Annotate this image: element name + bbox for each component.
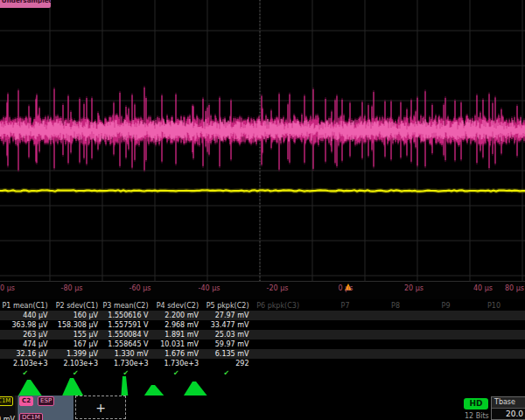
measure-cell: [252, 340, 303, 349]
measure-cell: 33.477 mV: [201, 320, 252, 330]
measure-cell: 1.730e+3: [151, 359, 202, 368]
measure-cell: 160 µV: [51, 311, 102, 320]
measure-cell: 263 µV: [0, 330, 51, 340]
measure-cell: [453, 330, 504, 340]
measure-cell: 27.97 mV: [201, 311, 252, 320]
measure-cell: [252, 349, 303, 359]
measure-cell: 2.103e+3: [0, 359, 51, 368]
measure-cell: [503, 340, 525, 349]
measure-cell: [453, 349, 504, 359]
measure-cell: [453, 359, 504, 368]
measure-cell: [402, 349, 453, 359]
time-tick-label: 20 µs: [404, 284, 424, 292]
timebase-descriptor[interactable]: Tbase 20.0 µs: [491, 396, 525, 420]
c2-channel-badge: C2: [19, 396, 33, 406]
measure-column-header[interactable]: P9: [402, 301, 453, 311]
measure-cell: 474 µV: [0, 340, 51, 349]
measure-cell: 2.200 mV: [151, 311, 202, 320]
measure-column-header[interactable]: P4 sdev(C2): [151, 301, 202, 311]
channel-c1-descriptor[interactable]: C1M 0 mV: [0, 396, 17, 420]
measure-cell: [353, 320, 403, 330]
measure-cell: [453, 340, 504, 349]
measure-cell: 167 µV: [51, 340, 102, 349]
measure-cell: [302, 349, 353, 359]
time-tick-label: 40 µs: [473, 284, 493, 292]
measure-cell: [503, 311, 525, 320]
measure-cell: [302, 320, 353, 330]
measure-cell: 25.03 mV: [201, 330, 252, 340]
c2-coupling-badge: DC1M: [19, 413, 43, 420]
measure-cell: [503, 320, 525, 330]
measure-cell: [252, 320, 303, 330]
measure-cell: 1.730e+3: [101, 359, 151, 368]
measure-cell: 1.550616 V: [101, 311, 151, 320]
measure-cell: [453, 320, 504, 330]
c2-esp-badge: ESP: [38, 396, 54, 406]
time-tick-label: 0 µs: [339, 284, 354, 292]
measure-cell: 32.16 µV: [0, 349, 51, 359]
measure-cell: [302, 330, 353, 340]
measure-cell: 1.550084 V: [101, 330, 151, 340]
c1-scale-value: 0 mV: [0, 416, 16, 420]
measure-cell: 158.308 µV: [51, 320, 102, 330]
measure-cell: 292: [201, 359, 252, 368]
timebase-value: 20.0 µs: [492, 409, 525, 420]
measure-cell: [302, 340, 353, 349]
measure-cell: 2.103e+3: [51, 359, 102, 368]
measure-cell: [252, 359, 303, 368]
measure-column-header[interactable]: P3 mean(C2): [101, 301, 151, 311]
measure-cell: [453, 311, 504, 320]
measure-cell: [302, 359, 353, 368]
measure-cell: [353, 349, 403, 359]
timebase-title: Tbase: [492, 397, 525, 409]
measure-cell: 363.98 µV: [0, 320, 51, 330]
measure-cell: 1.891 mV: [151, 330, 202, 340]
measure-column-header[interactable]: P6 pkpk(C3): [252, 301, 303, 311]
time-tick-label: -40 µs: [199, 284, 220, 292]
add-channel-plus-icon: +: [95, 401, 106, 415]
measure-cell: [503, 359, 525, 368]
measure-column-header[interactable]: P2 sdev(C1): [51, 301, 102, 311]
add-channel-button[interactable]: +: [75, 396, 126, 419]
measure-column-header[interactable]: P5 pkpk(C2): [201, 301, 252, 311]
time-tick-label: 80 µs: [505, 284, 524, 292]
measure-cell: [302, 311, 353, 320]
measure-column-header[interactable]: P7: [302, 301, 353, 311]
measure-column-header[interactable]: P10: [453, 301, 504, 311]
measure-column-header[interactable]: P11: [503, 301, 525, 311]
measure-cell: 1.399 µV: [51, 349, 102, 359]
measure-cell: 440 µV: [0, 311, 51, 320]
measure-cell: 2.968 mV: [151, 320, 202, 330]
measure-cell: [353, 340, 403, 349]
bottom-bar: C1M 0 mV C2 ESP DC1M 10.0 mV + HD 12 Bit…: [0, 396, 525, 420]
measurement-histicon[interactable]: [18, 380, 42, 396]
measure-cell: [252, 330, 303, 340]
time-tick-label: -100 µs: [0, 284, 15, 292]
measure-cell: 1.330 mV: [101, 349, 151, 359]
time-tick-label: -20 µs: [267, 284, 289, 292]
undersampled-badge: Undersampled: [0, 0, 51, 8]
time-axis: -100 µs-80 µs-60 µs-40 µs-20 µs0 µs20 µs…: [0, 282, 525, 299]
measure-cell: [353, 359, 403, 368]
measure-cell: [353, 330, 403, 340]
measure-cell: [402, 359, 453, 368]
measure-column-header[interactable]: P8: [353, 301, 403, 311]
measure-cell: [503, 349, 525, 359]
measure-cell: [252, 311, 303, 320]
channel-c2-descriptor[interactable]: C2 ESP DC1M 10.0 mV: [18, 396, 74, 420]
measurement-histicon[interactable]: [183, 382, 207, 396]
measurement-histicon[interactable]: [62, 378, 84, 396]
measure-cell: [402, 320, 453, 330]
measurement-histicon[interactable]: [121, 376, 128, 396]
graticule-svg: [0, 0, 525, 282]
measure-column-header[interactable]: P1 mean(C1): [0, 301, 51, 311]
measure-cell: [402, 330, 453, 340]
measure-cell: 10.031 mV: [151, 340, 202, 349]
measure-cell: 1.558645 V: [101, 340, 151, 349]
measure-cell: [402, 311, 453, 320]
time-tick-label: -80 µs: [61, 284, 83, 292]
oscilloscope-screen: Undersampled -100 µs-80 µs-60 µs-40 µs-2…: [0, 0, 525, 420]
measure-table: P1 mean(C1)P2 sdev(C1)P3 mean(C2)P4 sdev…: [0, 301, 525, 378]
measure-cell: [353, 311, 403, 320]
measure-cell: 155 µV: [51, 330, 102, 340]
